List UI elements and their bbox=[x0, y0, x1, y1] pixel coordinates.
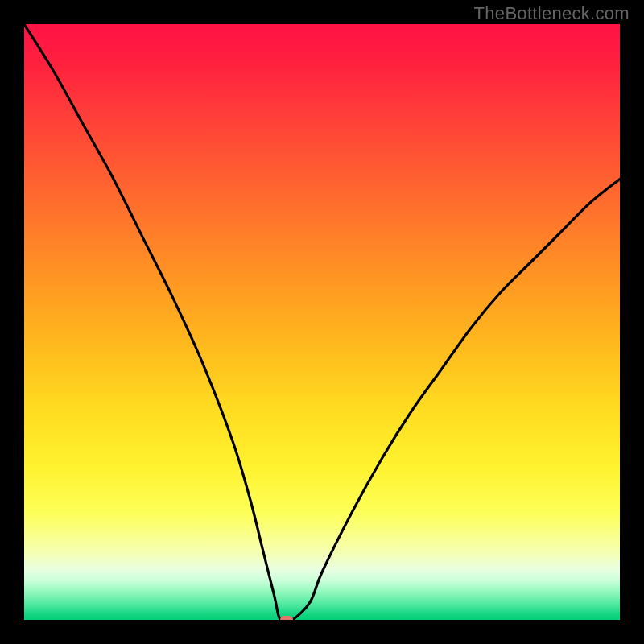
bottleneck-curve bbox=[24, 24, 620, 620]
plot-area bbox=[24, 24, 620, 620]
chart-frame: TheBottleneck.com bbox=[0, 0, 644, 644]
minimum-marker bbox=[280, 616, 293, 620]
watermark-text: TheBottleneck.com bbox=[474, 3, 630, 24]
